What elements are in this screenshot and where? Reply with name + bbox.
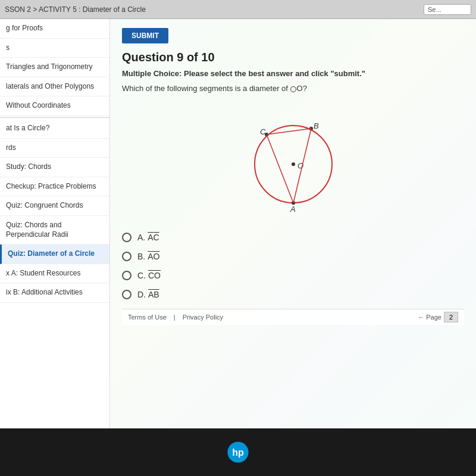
- circle-symbol: [290, 86, 296, 92]
- sidebar: g for Proofs s Triangles and Trigonometr…: [0, 19, 110, 428]
- answer-choice-c[interactable]: C. CO: [122, 271, 464, 280]
- sidebar-item-checkup[interactable]: Checkup: Practice Problems: [0, 177, 109, 197]
- sidebar-item-quiz-chords-perp[interactable]: Quiz: Chords and Perpendicular Radii: [0, 216, 109, 245]
- diagram-container: O A C B: [122, 102, 464, 221]
- answer-value-b: AO: [148, 252, 159, 261]
- answer-value-a: AC: [148, 233, 159, 242]
- question-instruction: Multiple Choice: Please select the best …: [122, 69, 464, 78]
- page-label: ← Page: [418, 314, 441, 321]
- sidebar-item-quiz-diameter[interactable]: Quiz: Diameter of a Circle: [0, 245, 109, 264]
- svg-text:B: B: [314, 121, 319, 130]
- answer-label-c: C. CO: [137, 271, 161, 280]
- question-title: Question 9 of 10: [122, 51, 464, 64]
- question-text: Which of the following segments is a dia…: [122, 84, 464, 93]
- page-nav: ← Page 2: [418, 312, 458, 322]
- svg-text:C: C: [260, 127, 266, 136]
- sidebar-item-s[interactable]: s: [0, 39, 109, 58]
- answer-label-a: A. AC: [137, 233, 159, 242]
- radio-b[interactable]: [122, 252, 131, 261]
- answer-choice-a[interactable]: A. AC: [122, 233, 464, 242]
- answer-value-c: CO: [148, 271, 161, 280]
- sidebar-item-appendix-a[interactable]: x A: Student Resources: [0, 264, 109, 284]
- answer-label-d: D. AB: [137, 290, 159, 299]
- answer-choice-b[interactable]: B. AO: [122, 252, 464, 261]
- hp-logo: hp: [226, 440, 250, 464]
- privacy-link[interactable]: Privacy Policy: [183, 314, 223, 321]
- answer-choice-d[interactable]: D. AB: [122, 290, 464, 299]
- main-content: SUBMIT Question 9 of 10 Multiple Choice:…: [110, 19, 476, 428]
- submit-button[interactable]: SUBMIT: [122, 28, 168, 43]
- svg-line-10: [293, 129, 311, 203]
- svg-text:hp: hp: [232, 447, 244, 458]
- browser-bar: SSON 2 > ACTIVITY 5 : Diameter of a Circ…: [0, 0, 476, 19]
- radio-d[interactable]: [122, 290, 131, 299]
- radio-c[interactable]: [122, 271, 131, 280]
- svg-point-1: [292, 162, 295, 166]
- footer: Terms of Use | Privacy Policy ← Page 2: [122, 309, 464, 325]
- sidebar-item-triangles[interactable]: Triangles and Trigonometry: [0, 58, 109, 77]
- footer-links: Terms of Use | Privacy Policy: [128, 314, 223, 321]
- circle-diagram: O A C B: [234, 102, 353, 221]
- search-box[interactable]: Se...: [424, 4, 471, 15]
- sidebar-item-what-is-circle[interactable]: at Is a Circle?: [0, 119, 109, 139]
- sidebar-item-rds[interactable]: rds: [0, 139, 109, 158]
- terms-link[interactable]: Terms of Use: [128, 314, 167, 321]
- answer-label-b: B. AO: [137, 252, 159, 261]
- sidebar-item-quiz-congruent[interactable]: Quiz: Congruent Chords: [0, 196, 109, 216]
- page-number-btn[interactable]: 2: [444, 312, 458, 322]
- separator: |: [174, 314, 176, 321]
- sidebar-item-proofs[interactable]: g for Proofs: [0, 19, 109, 39]
- breadcrumb: SSON 2 > ACTIVITY 5 : Diameter of a Circ…: [5, 5, 420, 14]
- sidebar-item-laterals[interactable]: laterals and Other Polygons: [0, 77, 109, 97]
- answer-value-d: AB: [148, 290, 159, 299]
- svg-text:A: A: [290, 205, 296, 214]
- sidebar-item-without-coords[interactable]: Without Coordinates: [0, 96, 109, 116]
- svg-line-9: [267, 134, 293, 203]
- sidebar-item-appendix-b[interactable]: ix B: Additional Activities: [0, 283, 109, 303]
- sidebar-item-study-chords[interactable]: Study: Chords: [0, 158, 109, 177]
- screen-content: g for Proofs s Triangles and Trigonometr…: [0, 19, 476, 428]
- bezel: hp: [0, 428, 476, 476]
- radio-a[interactable]: [122, 233, 131, 242]
